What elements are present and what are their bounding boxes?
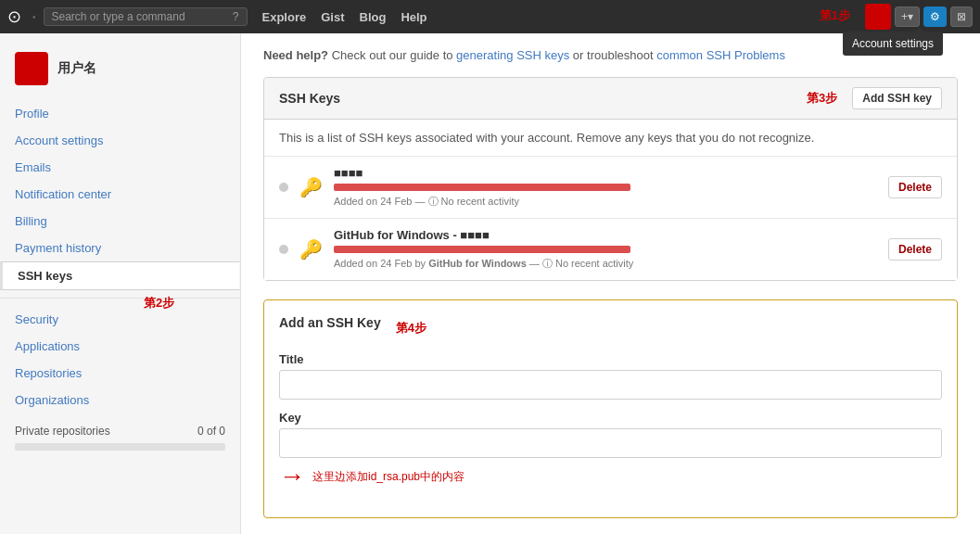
sidebar-avatar bbox=[15, 52, 48, 85]
main-content: Need help? Check out our guide to genera… bbox=[241, 33, 980, 534]
key-name-1: ■■■■ bbox=[334, 166, 877, 180]
title-form-group: Title bbox=[279, 352, 942, 400]
nav-right: +▾ ⚙ ⊠ bbox=[865, 4, 973, 30]
info-icon-2: ⓘ bbox=[542, 258, 553, 269]
key-meta-2: Added on 24 Feb by GitHub for Windows — … bbox=[334, 257, 877, 271]
key-form-group: Key → 这里边添加id_rsa.pub中的内容 bbox=[279, 411, 942, 491]
add-button[interactable]: +▾ bbox=[895, 6, 920, 27]
blog-link[interactable]: Blog bbox=[360, 10, 387, 24]
key-fingerprint-1 bbox=[334, 184, 630, 191]
main-layout: 用户名 Profile Account settings Emails Noti… bbox=[0, 33, 980, 534]
sidebar-item-profile[interactable]: Profile bbox=[0, 100, 240, 127]
sidebar-item-emails[interactable]: Emails bbox=[0, 154, 240, 181]
sidebar-item-organizations[interactable]: Organizations bbox=[0, 387, 240, 413]
user-avatar[interactable] bbox=[865, 4, 891, 30]
progress-bar-background bbox=[15, 443, 225, 451]
delete-key-1-button[interactable]: Delete bbox=[888, 176, 942, 198]
sidebar-item-ssh-keys[interactable]: SSH keys bbox=[0, 261, 240, 290]
key-label: Key bbox=[279, 411, 942, 425]
private-repos-section: Private repositories 0 of 0 bbox=[0, 413, 240, 462]
add-ssh-key-section: Add an SSH Key 第4步 Title Key → 这里边添加id_r… bbox=[263, 299, 958, 518]
key-info-2: GitHub for Windows - ■■■■ Added on 24 Fe… bbox=[334, 228, 877, 271]
title-label: Title bbox=[279, 352, 942, 366]
search-input[interactable] bbox=[52, 10, 227, 23]
common-ssh-problems-link[interactable]: common SSH Problems bbox=[656, 48, 785, 62]
sidebar-item-security[interactable]: Security bbox=[0, 306, 240, 333]
private-repos-label: Private repositories bbox=[15, 425, 110, 438]
sidebar-item-billing[interactable]: Billing bbox=[0, 208, 240, 235]
key-fingerprint-2 bbox=[334, 246, 630, 253]
sidebar-item-repositories[interactable]: Repositories bbox=[0, 360, 240, 387]
settings-button[interactable]: ⚙ bbox=[923, 6, 947, 27]
step3-label: 第3步 bbox=[807, 90, 837, 107]
sidebar-item-payment-history[interactable]: Payment history bbox=[0, 235, 240, 261]
ssh-key-item-2: 🔑 GitHub for Windows - ■■■■ Added on 24 … bbox=[264, 219, 957, 280]
sidebar-nav: Profile Account settings Emails Notifica… bbox=[0, 100, 240, 413]
account-settings-tooltip: Account settings bbox=[843, 32, 943, 56]
key-annotation: → 这里边添加id_rsa.pub中的内容 bbox=[279, 462, 942, 491]
sidebar: 用户名 Profile Account settings Emails Noti… bbox=[0, 33, 241, 534]
ssh-keys-card: SSH Keys 第3步 Add SSH key This is a list … bbox=[263, 77, 958, 281]
github-logo[interactable]: ⊙ bbox=[7, 6, 21, 27]
step4-label: 第4步 bbox=[396, 320, 426, 337]
delete-key-2-button[interactable]: Delete bbox=[888, 238, 942, 261]
add-ssh-key-button[interactable]: Add SSH key bbox=[852, 87, 942, 109]
key-dot-2 bbox=[279, 245, 288, 254]
key-icon-2: 🔑 bbox=[299, 238, 323, 261]
key-input[interactable] bbox=[279, 428, 942, 458]
disconnect-button[interactable]: ⊠ bbox=[950, 6, 973, 27]
sidebar-username: 用户名 bbox=[57, 60, 96, 77]
key-meta-1: Added on 24 Feb — ⓘ No recent activity bbox=[334, 195, 877, 209]
sidebar-user: 用户名 bbox=[0, 44, 240, 100]
ssh-key-item-1: 🔑 ■■■■ Added on 24 Feb — ⓘ No recent act… bbox=[264, 157, 957, 219]
key-name-2: GitHub for Windows - ■■■■ bbox=[334, 228, 877, 242]
sidebar-item-applications[interactable]: Applications bbox=[0, 333, 240, 360]
title-input[interactable] bbox=[279, 370, 942, 400]
key-dot-1 bbox=[279, 183, 288, 192]
gist-link[interactable]: Gist bbox=[321, 10, 344, 24]
nav-links: Explore Gist Blog Help bbox=[262, 10, 427, 24]
key-icon-1: 🔑 bbox=[299, 176, 323, 198]
help-link[interactable]: Help bbox=[401, 10, 426, 24]
section-description: This is a list of SSH keys associated wi… bbox=[264, 120, 957, 157]
ssh-keys-header: SSH Keys 第3步 Add SSH key bbox=[264, 78, 957, 120]
generating-ssh-keys-link[interactable]: generating SSH keys bbox=[456, 48, 569, 62]
private-repos-header: Private repositories 0 of 0 bbox=[15, 425, 225, 438]
sidebar-divider bbox=[0, 298, 240, 299]
info-icon-1: ⓘ bbox=[428, 196, 439, 207]
add-ssh-section-title: Add an SSH Key bbox=[279, 315, 381, 330]
private-repos-count: 0 of 0 bbox=[197, 425, 225, 438]
sidebar-item-account-settings[interactable]: Account settings bbox=[0, 127, 240, 154]
explore-link[interactable]: Explore bbox=[262, 10, 307, 24]
sidebar-item-notification-center[interactable]: Notification center bbox=[0, 181, 240, 208]
search-box[interactable]: ? bbox=[44, 7, 248, 26]
key-info-1: ■■■■ Added on 24 Feb — ⓘ No recent activ… bbox=[334, 166, 877, 209]
nav-dot: • bbox=[32, 12, 36, 22]
ssh-keys-title: SSH Keys bbox=[279, 91, 340, 106]
question-icon: ? bbox=[233, 10, 239, 23]
